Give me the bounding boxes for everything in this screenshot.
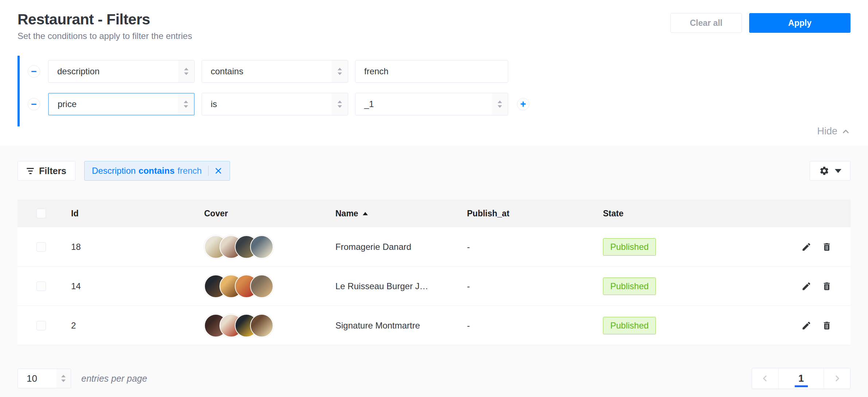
filter-operator-select[interactable]: is (202, 93, 348, 115)
filter-tag-value: french (178, 166, 202, 176)
page-subtitle: Set the conditions to apply to filter th… (17, 31, 192, 41)
filter-value-text: french (364, 66, 389, 76)
add-filter-button[interactable]: + (517, 98, 529, 110)
row-checkbox[interactable] (36, 242, 46, 252)
minus-icon: − (31, 67, 37, 76)
edit-button[interactable] (801, 320, 812, 331)
filters-button[interactable]: Filters (17, 161, 75, 181)
column-header-cover[interactable]: Cover (198, 209, 329, 219)
delete-button[interactable] (821, 281, 832, 292)
table-row[interactable]: 14 Le Ruisseau Burger J… - Published (17, 267, 851, 306)
select-arrows-icon (332, 93, 348, 115)
filter-builder: − description contains french − price is… (17, 60, 851, 115)
status-badge: Published (603, 278, 656, 295)
previous-page-button[interactable] (752, 368, 778, 389)
trash-icon (822, 321, 832, 331)
entries-table: Id Cover Name Publish_at State 18 Fromag… (17, 200, 851, 345)
row-checkbox[interactable] (36, 321, 46, 330)
pencil-icon (801, 321, 811, 331)
column-header-id[interactable]: Id (65, 209, 198, 219)
delete-button[interactable] (821, 320, 832, 331)
table-row[interactable]: 2 Signature Montmartre - Published (17, 306, 851, 345)
edit-button[interactable] (801, 281, 812, 292)
accent-bar (17, 56, 20, 126)
chevron-up-icon (841, 127, 851, 136)
hide-label: Hide (817, 126, 837, 137)
hide-filters-toggle[interactable]: Hide (17, 126, 851, 146)
filter-value-input[interactable]: _1 (355, 93, 508, 115)
filter-field-value: price (58, 99, 77, 109)
cell-id: 2 (65, 321, 198, 331)
cell-id: 18 (65, 242, 198, 252)
filter-value-input[interactable]: french (355, 60, 508, 83)
trash-icon (822, 242, 832, 252)
select-arrows-icon (178, 94, 194, 115)
select-all-checkbox[interactable] (36, 209, 46, 218)
table-row[interactable]: 18 Fromagerie Danard - Published (17, 227, 851, 267)
select-arrows-icon (56, 369, 71, 388)
table-header-row: Id Cover Name Publish_at State (17, 200, 851, 227)
tag-divider (208, 166, 209, 176)
pagination: 1 (752, 368, 851, 389)
page-size-value: 10 (27, 373, 37, 384)
column-header-publish-at[interactable]: Publish_at (461, 209, 597, 219)
filter-tag-operator: contains (139, 166, 175, 176)
filter-field-select[interactable]: description (48, 60, 195, 83)
column-header-state[interactable]: State (597, 209, 796, 219)
filter-field-value: description (57, 66, 100, 76)
cover-images (204, 314, 273, 337)
cell-publish-at: - (461, 242, 597, 252)
filter-row: − price is _1 + (17, 93, 851, 115)
row-checkbox[interactable] (36, 282, 46, 291)
gear-icon (819, 166, 829, 176)
status-badge: Published (603, 238, 656, 256)
pencil-icon (801, 242, 811, 252)
next-page-button[interactable] (824, 368, 850, 389)
select-arrows-icon (492, 93, 508, 115)
page-heading: Restaurant - Filters Set the conditions … (17, 11, 192, 41)
cell-publish-at: - (461, 321, 597, 331)
settings-dropdown-button[interactable] (810, 161, 851, 181)
remove-filter-button[interactable]: − (28, 98, 40, 110)
cover-photo (250, 235, 273, 259)
filter-operator-value: is (211, 99, 217, 109)
remove-filter-button[interactable]: − (28, 65, 40, 78)
clear-all-button[interactable]: Clear all (670, 13, 742, 33)
status-badge: Published (603, 317, 656, 334)
current-page-number: 1 (798, 373, 804, 384)
column-header-name[interactable]: Name (329, 209, 461, 219)
cell-name: Signature Montmartre (329, 321, 461, 331)
cell-name: Le Ruisseau Burger J… (329, 281, 461, 291)
header-section: Restaurant - Filters Set the conditions … (0, 0, 868, 41)
edit-button[interactable] (801, 241, 812, 252)
filter-value-text: _1 (364, 99, 374, 109)
cell-publish-at: - (461, 281, 597, 291)
cover-photo (250, 275, 273, 298)
chevron-down-icon (835, 169, 841, 173)
entries-per-page-label: entries per page (81, 373, 147, 384)
list-section: Filters Description contains french Id C… (0, 146, 868, 397)
filter-operator-value: contains (211, 66, 243, 76)
cover-images (204, 275, 273, 298)
cell-id: 14 (65, 281, 198, 291)
filter-tag-field: Description (92, 166, 136, 176)
chevron-left-icon (760, 374, 770, 383)
plus-icon: + (520, 99, 526, 109)
active-page-underline (795, 385, 808, 387)
page-size-select[interactable]: 10 (17, 369, 71, 388)
pencil-icon (801, 281, 811, 291)
close-icon[interactable] (214, 167, 222, 175)
minus-icon: − (31, 99, 37, 109)
delete-button[interactable] (821, 241, 832, 252)
filter-field-select[interactable]: price (48, 93, 195, 115)
cover-photo (250, 314, 273, 337)
header-actions: Clear all Apply (670, 13, 851, 33)
apply-button[interactable]: Apply (749, 13, 851, 33)
active-filter-tag[interactable]: Description contains french (84, 161, 230, 181)
trash-icon (822, 281, 832, 291)
page-title: Restaurant - Filters (17, 11, 192, 28)
filter-row: − description contains french (17, 60, 851, 83)
filter-operator-select[interactable]: contains (202, 60, 348, 83)
page-number-button[interactable]: 1 (778, 368, 824, 389)
cell-name: Fromagerie Danard (329, 242, 461, 252)
